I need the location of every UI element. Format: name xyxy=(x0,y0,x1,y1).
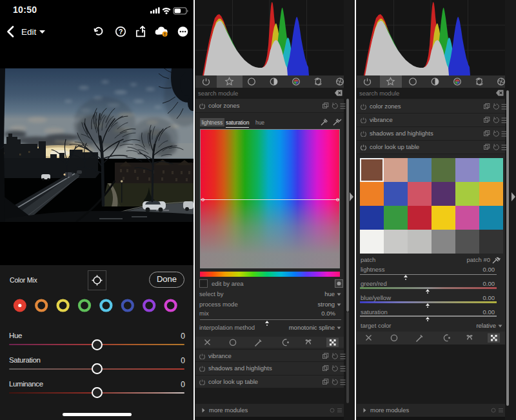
svg-text:Edit: Edit xyxy=(21,27,37,37)
svg-text:?: ? xyxy=(119,28,123,35)
